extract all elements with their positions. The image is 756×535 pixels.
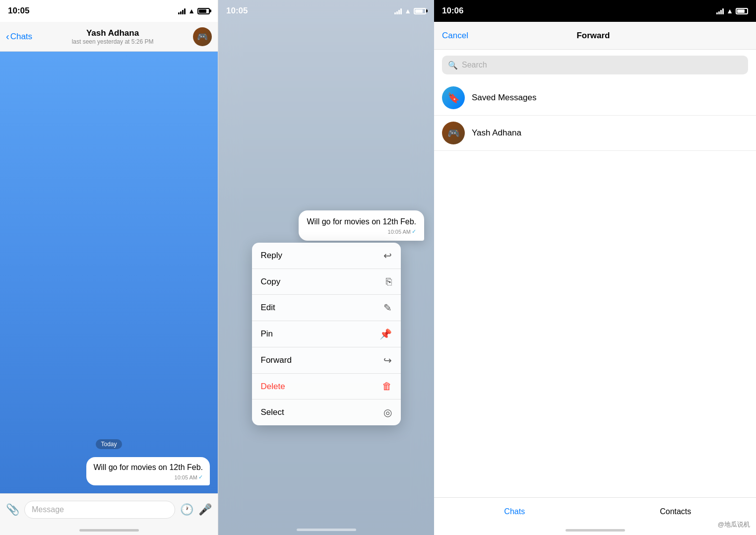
message-meta: 10:05 AM ✓ <box>93 474 203 480</box>
preview-check-icon: ✓ <box>412 228 416 235</box>
pin-icon: 📌 <box>379 328 392 340</box>
avatar[interactable]: 🎮 <box>193 27 212 46</box>
home-bar-1 <box>79 529 139 532</box>
battery-icon-3 <box>736 8 748 14</box>
copy-icon: ⎘ <box>386 276 392 287</box>
status-bar-3: 10:06 ▲ <box>434 0 756 22</box>
forward-panel: 10:06 ▲ Cancel Forward 🔍 Search 🔖 <box>434 0 756 535</box>
menu-reply-label: Reply <box>261 251 282 261</box>
status-bar-1: 10:05 ▲ <box>0 0 218 22</box>
bottom-tabs: Chats Contacts <box>434 497 756 525</box>
status-time-3: 10:06 <box>442 6 463 16</box>
forward-title: Forward <box>576 31 610 41</box>
message-text: Will go for movies on 12th Feb. <box>93 462 203 473</box>
message-preview-bubble: Will go for movies on 12th Feb. 10:05 AM… <box>299 210 424 241</box>
forward-item-saved[interactable]: 🔖 Saved Messages <box>434 80 756 116</box>
search-icon: 🔍 <box>448 61 458 70</box>
signal-bars-2 <box>394 7 402 14</box>
message-input[interactable]: Message <box>24 501 175 519</box>
chat-contact-status: last seen yesterday at 5:26 PM <box>36 38 189 45</box>
menu-copy-label: Copy <box>261 277 281 287</box>
menu-item-delete[interactable]: Delete 🗑 <box>252 374 401 400</box>
status-time-1: 10:05 <box>8 6 29 16</box>
forward-icon: ↪ <box>383 354 392 366</box>
saved-messages-avatar: 🔖 <box>442 86 465 109</box>
back-chevron-icon: ‹ <box>6 31 9 42</box>
menu-item-reply[interactable]: Reply ↩ <box>252 243 401 269</box>
menu-item-edit[interactable]: Edit ✎ <box>252 295 401 321</box>
home-indicator-2 <box>297 529 356 531</box>
preview-message-text: Will go for movies on 12th Feb. <box>307 216 416 227</box>
yash-name: Yash Adhana <box>472 128 521 138</box>
select-icon: ◎ <box>383 406 392 418</box>
context-menu: Reply ↩ Copy ⎘ Edit ✎ Pin 📌 Forward ↪ De… <box>252 243 401 425</box>
context-menu-panel: 10:05 ▲ Will go for movies on 12th Feb. … <box>218 0 434 535</box>
menu-item-select[interactable]: Select ◎ <box>252 400 401 425</box>
status-bar-2: 10:05 ▲ <box>218 0 434 22</box>
status-icons-2: ▲ <box>394 7 426 15</box>
tab-chats[interactable]: Chats <box>434 498 595 525</box>
message-bubble[interactable]: Will go for movies on 12th Feb. 10:05 AM… <box>86 457 210 485</box>
chat-panel: 10:05 ▲ ‹ Chats Yash Adhana last seen ye… <box>0 0 218 535</box>
battery-icon-1 <box>197 8 210 14</box>
status-icons-3: ▲ <box>716 7 748 15</box>
reply-icon: ↩ <box>383 250 392 262</box>
menu-select-label: Select <box>261 407 284 417</box>
attachment-icon[interactable]: 📎 <box>6 503 19 516</box>
chat-header: ‹ Chats Yash Adhana last seen yesterday … <box>0 22 218 52</box>
home-indicator-3 <box>434 525 756 535</box>
watermark: @地瓜说机 <box>718 520 750 529</box>
menu-item-pin[interactable]: Pin 📌 <box>252 321 401 347</box>
edit-icon: ✎ <box>383 302 392 314</box>
status-icons-1: ▲ <box>178 7 210 15</box>
wifi-icon-3: ▲ <box>726 7 733 15</box>
emoji-icon[interactable]: 🕐 <box>180 503 193 516</box>
message-time: 10:05 AM <box>175 474 197 480</box>
back-label[interactable]: Chats <box>10 32 32 42</box>
chat-contact-name: Yash Adhana <box>36 28 189 38</box>
delete-icon: 🗑 <box>382 381 392 392</box>
preview-message-meta: 10:05 AM ✓ <box>307 228 416 235</box>
home-indicator-1 <box>0 525 218 535</box>
menu-edit-label: Edit <box>261 303 275 313</box>
panel2-content: Will go for movies on 12th Feb. 10:05 AM… <box>218 22 434 425</box>
forward-header: Cancel Forward <box>434 22 756 50</box>
signal-bars-1 <box>178 7 186 14</box>
check-icon: ✓ <box>198 474 203 480</box>
signal-bars-3 <box>716 7 724 14</box>
search-placeholder: Search <box>462 61 487 69</box>
menu-pin-label: Pin <box>261 329 273 339</box>
forward-search-bar[interactable]: 🔍 Search <box>442 56 748 74</box>
battery-icon-2 <box>414 8 426 14</box>
menu-item-copy[interactable]: Copy ⎘ <box>252 269 401 295</box>
menu-item-forward[interactable]: Forward ↪ <box>252 347 401 374</box>
date-badge: Today <box>96 439 122 449</box>
forward-contact-list: 🔖 Saved Messages 🎮 Yash Adhana <box>434 80 756 497</box>
back-button[interactable]: ‹ Chats <box>6 31 32 42</box>
wifi-icon-2: ▲ <box>404 7 411 15</box>
yash-avatar: 🎮 <box>442 122 465 144</box>
status-time-2: 10:05 <box>226 6 248 16</box>
messages-area: Today Will go for movies on 12th Feb. 10… <box>0 52 218 493</box>
chat-input-bar: 📎 Message 🕐 🎤 <box>0 493 218 525</box>
chat-header-center: Yash Adhana last seen yesterday at 5:26 … <box>36 28 189 45</box>
wifi-icon-1: ▲ <box>188 7 195 15</box>
forward-item-yash[interactable]: 🎮 Yash Adhana <box>434 116 756 151</box>
input-placeholder: Message <box>32 505 64 514</box>
mic-icon[interactable]: 🎤 <box>198 503 212 516</box>
cancel-button[interactable]: Cancel <box>442 31 468 41</box>
menu-delete-label: Delete <box>261 382 285 392</box>
menu-forward-label: Forward <box>261 355 292 365</box>
preview-message-time: 10:05 AM <box>388 229 411 235</box>
saved-messages-name: Saved Messages <box>472 93 536 103</box>
